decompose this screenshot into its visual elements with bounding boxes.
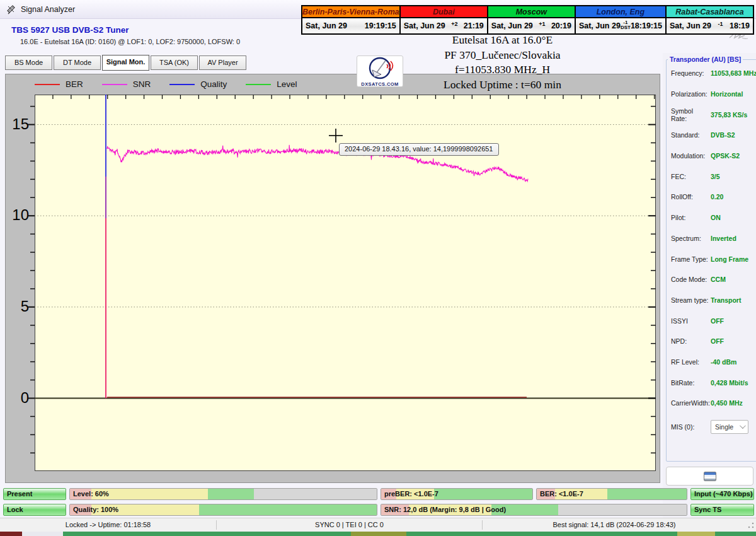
progress-label: Quality: 100% [73, 506, 118, 513]
clock-city: Berlin-Paris-Vienna-Roma [302, 6, 399, 18]
transponder-field-value: Long Frame [711, 255, 748, 263]
clock-utc-offset: +1 [539, 21, 545, 27]
clock-city: London, Eng [576, 6, 665, 18]
transponder-field-value: 3/5 [711, 173, 720, 180]
transponder-row: ISSYIOFF [667, 310, 756, 331]
strip-segment [0, 532, 22, 536]
y-axis-tick-label: 0 [5, 389, 29, 407]
progress-zone [254, 489, 377, 499]
transponder-row: FEC:3/5 [667, 166, 756, 187]
transponder-row: Standard:DVB-S2 [667, 125, 756, 146]
transponder-field-label: Modulation: [671, 152, 711, 160]
clock-column: DubaiSat, Jun 29+221:19 [401, 6, 488, 33]
progress-zone [607, 489, 687, 499]
legend-item-ber: BER [35, 79, 83, 89]
clock-utc-offset: -1 [718, 21, 723, 27]
transponder-field-value: ON [711, 214, 721, 221]
statusbar-sync: SYNC 0 | TEI 0 | CC 0 [217, 521, 482, 528]
clock-date: Sat, Jun 29 [670, 21, 711, 30]
progress-zone [558, 504, 687, 515]
logo-text: DXSATCS.COM [357, 81, 403, 87]
progress-bar: Quality: 100% [69, 504, 377, 516]
clock-value: 18:19:15 [631, 21, 662, 30]
legend-label: Level [277, 79, 297, 89]
clock-value: 21:19 [464, 21, 484, 30]
transponder-field-label: Standard: [671, 131, 711, 139]
strip-segment [22, 532, 63, 536]
transponder-field-value: Transport [711, 296, 741, 304]
status-box-present: Present [3, 488, 66, 500]
clock-date: Sat, Jun 29 [579, 21, 621, 30]
tab-tsa-ok-[interactable]: TSA (OK) [151, 55, 198, 70]
mis-label: MIS (0): [671, 423, 711, 431]
transponder-field-label: Stream type: [671, 296, 711, 304]
transponder-row: CarrierWidth:0,450 MHz [667, 393, 756, 414]
transponder-field-value: CCM [711, 276, 726, 283]
transponder-row: Polarization:Horizontal [667, 84, 756, 105]
transponder-field-label: Polarization: [671, 90, 711, 98]
legend-item-quality: Quality [169, 79, 227, 89]
transponder-field-value: 375,83 KS/s [711, 111, 747, 119]
transponder-field-label: CarrierWidth: [671, 399, 711, 407]
legend-label: Quality [200, 79, 227, 89]
clock-city: Rabat-Casablanca [667, 6, 753, 18]
clock-date: Sat, Jun 29 [306, 21, 347, 30]
legend-line-icon [102, 84, 127, 85]
transponder-row: Frequency:11053,683 MHz [667, 63, 756, 84]
transponder-row: Spectrum:Inverted [667, 228, 756, 249]
overlay-site: PF 370_Lučenec/Slovakia [406, 48, 598, 63]
chevron-down-icon [740, 422, 746, 429]
legend-label: BER [66, 79, 83, 89]
transponder-row: RF Level:-40 dBm [667, 352, 756, 373]
transponder-field-label: NPD: [671, 337, 711, 345]
legend-line-icon [169, 84, 195, 85]
transponder-row: RollOff:0.20 [667, 187, 756, 207]
overlay-uptime: Locked Uptime : t=60 min [406, 78, 598, 93]
legend-item-snr: SNR [102, 79, 151, 89]
transponder-field-label: Spectrum: [671, 235, 711, 242]
clock-column: Rabat-CasablancaSat, Jun 29-118:19 [667, 6, 753, 33]
transponder-list-button[interactable] [666, 467, 753, 486]
progress-label: Level: 60% [73, 490, 109, 498]
transponder-row: Pilot:ON [667, 207, 756, 228]
tab-av-player[interactable]: AV Player [199, 55, 246, 70]
clock-utc-offset: -1DST [621, 20, 631, 30]
signal-analyzer-window: Signal Analyzer TBS 5927 USB DVB-S2 Tune… [0, 0, 756, 536]
status-box-lock: Lock [3, 504, 66, 516]
transponder-field-label: Frequency: [671, 69, 711, 77]
transponder-title: Transponder (AU) [BS] [668, 55, 743, 63]
transponder-field-value: DVB-S2 [711, 131, 735, 139]
statusbar: Locked -> Uptime: 01:18:58 SYNC 0 | TEI … [0, 518, 756, 532]
clock-utc-offset: +2 [451, 21, 457, 27]
satellite-dish-icon [6, 4, 16, 15]
mis-select[interactable]: Single [711, 420, 748, 434]
tab-bs-mode[interactable]: BS Mode [5, 55, 52, 70]
statusbar-best-signal: Best signal: 14,1 dB (2024-06-29 18:43) [483, 521, 746, 528]
transponder-field-label: Pilot: [671, 214, 711, 221]
transponder-row: Frame Type:Long Frame [667, 248, 756, 269]
list-icon [704, 472, 716, 481]
legend-item-level: Level [246, 79, 297, 89]
y-axis-tick-label: 15 [5, 115, 29, 133]
statusbar-uptime: Locked -> Uptime: 01:18:58 [0, 521, 216, 528]
tab-dt-mode[interactable]: DT Mode [54, 55, 101, 70]
strip-segment [715, 532, 756, 536]
mode-tabs: BS ModeDT ModeSignal Mon.TSA (OK)AV Play… [5, 55, 246, 71]
progress-bar: SNR: 12,0 dB (Margin: 9,8 dB | Good) [381, 504, 687, 516]
clock-value: 20:19 [551, 21, 571, 30]
tuner-details: 16.0E - Eutelsat 16A (ID: 0160) @ LOF1: … [20, 38, 240, 45]
background-window-strip [0, 532, 756, 536]
resize-grip[interactable] [747, 521, 755, 530]
transponder-row: Symbol Rate:375,83 KS/s [667, 104, 756, 125]
strip-segment [677, 532, 715, 536]
tab-signal-mon-[interactable]: Signal Mon. [102, 55, 149, 71]
clock-date: Sat, Jun 29 [404, 21, 445, 30]
transponder-field-value: OFF [711, 337, 724, 345]
y-axis-tick-label: 5 [5, 298, 29, 315]
transponder-field-label: RF Level: [671, 358, 711, 366]
transponder-row: NPD:OFF [667, 331, 756, 352]
chart-tooltip: 2024-06-29 18.43.16, value: 14,199999809… [339, 143, 499, 156]
mis-selected-value: Single [715, 423, 733, 431]
clock-time: Sat, Jun 29+221:19 [401, 18, 487, 33]
progress-zone [208, 489, 254, 499]
